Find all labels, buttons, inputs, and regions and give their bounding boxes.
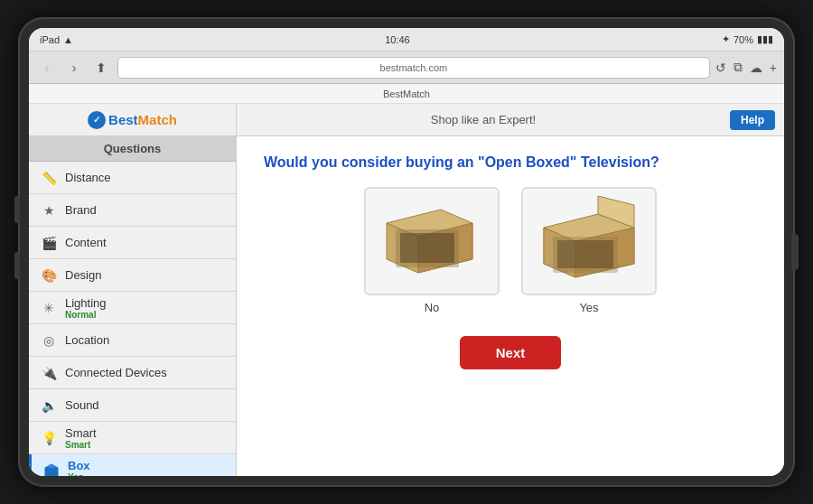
sidebar: Questions 📏 Distance ★ Brand 🎬 [29, 136, 237, 476]
sidebar-sub-box: Yes [68, 472, 90, 477]
battery-icon: ▮▮▮ [757, 33, 773, 45]
option-yes[interactable]: Yes [521, 187, 657, 314]
location-icon: ◎ [40, 331, 58, 350]
tablet: iPad ▲ 10:46 ✦ 70% ▮▮▮ ‹ › ⬆ bestmatch.c… [18, 17, 795, 487]
bluetooth-icon: ✦ [722, 33, 730, 45]
distance-icon: 📏 [40, 169, 58, 187]
option-yes-image [521, 187, 657, 295]
options-row: No [264, 187, 757, 314]
add-tab-button[interactable]: + [770, 61, 777, 75]
refresh-button[interactable]: ↺ [715, 61, 726, 75]
sidebar-item-design[interactable]: 🎨 Design [29, 259, 236, 292]
svg-rect-0 [45, 468, 58, 477]
sidebar-sub-smart: Smart [65, 440, 97, 450]
app-brand: ✓ BestMatch [29, 104, 237, 135]
sidebar-label-content: Content [65, 236, 107, 249]
sidebar-label-sound: Sound [65, 398, 99, 412]
svg-rect-6 [400, 233, 454, 263]
sidebar-label-connected-devices: Connected Devices [65, 366, 167, 379]
browser-bar: ‹ › ⬆ bestmatch.com ↺ ⧉ ☁ + [29, 51, 784, 84]
site-title-bar: BestMatch [29, 84, 784, 104]
time-display: 10:46 [385, 34, 410, 45]
content-area: Would you consider buying an "Open Boxed… [237, 136, 784, 476]
option-no-label: No [425, 301, 440, 314]
sidebar-label-location: Location [65, 333, 109, 347]
site-title: BestMatch [383, 89, 430, 99]
sidebar-item-distance[interactable]: 📏 Distance [29, 162, 236, 194]
sidebar-item-smart[interactable]: 💡 Smart Smart [29, 422, 236, 454]
status-bar: iPad ▲ 10:46 ✦ 70% ▮▮▮ [29, 28, 784, 51]
url-text: bestmatch.com [380, 62, 448, 73]
connected-devices-icon: 🔌 [40, 364, 58, 382]
app-slogan: Shop like an Expert! [237, 113, 730, 126]
app-bar: ✓ BestMatch Shop like an Expert! Help [29, 104, 784, 136]
svg-rect-13 [557, 240, 613, 268]
sidebar-label-lighting: Lighting [65, 296, 107, 310]
svg-marker-1 [45, 464, 58, 468]
back-button[interactable]: ‹ [36, 57, 58, 79]
sidebar-item-brand[interactable]: ★ Brand [29, 194, 236, 227]
logo-icon: ✓ [88, 111, 106, 129]
box-icon [42, 462, 61, 477]
share-button[interactable]: ⬆ [90, 57, 112, 79]
volume-up-button[interactable] [14, 196, 20, 223]
tabs-button[interactable]: ⧉ [734, 60, 743, 75]
sidebar-item-connected-devices[interactable]: 🔌 Connected Devices [29, 357, 236, 389]
sidebar-item-content[interactable]: 🎬 Content [29, 227, 236, 259]
sidebar-item-box[interactable]: Box Yes [29, 454, 236, 476]
option-no[interactable]: No [364, 187, 500, 314]
sidebar-item-location[interactable]: ◎ Location [29, 324, 236, 357]
battery-pct: 70% [734, 34, 753, 45]
url-bar[interactable]: bestmatch.com [117, 57, 710, 79]
help-button[interactable]: Help [730, 110, 775, 130]
sidebar-label-distance: Distance [65, 171, 111, 184]
volume-down-button[interactable] [14, 252, 20, 279]
screen: iPad ▲ 10:46 ✦ 70% ▮▮▮ ‹ › ⬆ bestmatch.c… [29, 28, 784, 476]
bestmatch-logo: ✓ BestMatch [88, 111, 177, 129]
smart-icon: 💡 [40, 429, 58, 447]
device-label: iPad [40, 34, 60, 45]
next-button[interactable]: Next [460, 336, 562, 369]
design-icon: 🎨 [40, 266, 58, 285]
sidebar-sub-lighting: Normal [65, 310, 107, 320]
sidebar-label-brand: Brand [65, 203, 97, 217]
lighting-icon: ✳ [40, 299, 58, 317]
sidebar-label-design: Design [65, 268, 101, 282]
brand-icon: ★ [40, 201, 58, 219]
home-button[interactable] [791, 234, 799, 270]
option-yes-label: Yes [579, 301, 598, 314]
content-icon: 🎬 [40, 234, 58, 252]
sidebar-item-sound[interactable]: 🔈 Sound [29, 389, 236, 422]
forward-button[interactable]: › [63, 57, 85, 79]
sidebar-label-smart: Smart [65, 426, 97, 440]
logo-text: BestMatch [108, 112, 177, 127]
wifi-icon: ▲ [63, 34, 73, 45]
browser-actions: ↺ ⧉ ☁ + [715, 60, 777, 75]
cloud-button[interactable]: ☁ [750, 61, 762, 75]
sidebar-label-box: Box [68, 459, 90, 472]
sidebar-item-lighting[interactable]: ✳ Lighting Normal [29, 292, 236, 324]
question-title: Would you consider buying an "Open Boxed… [264, 154, 659, 171]
option-no-image [364, 187, 500, 295]
sound-icon: 🔈 [40, 397, 58, 415]
main-content: Questions 📏 Distance ★ Brand 🎬 [29, 136, 784, 476]
sidebar-header: Questions [29, 136, 236, 162]
